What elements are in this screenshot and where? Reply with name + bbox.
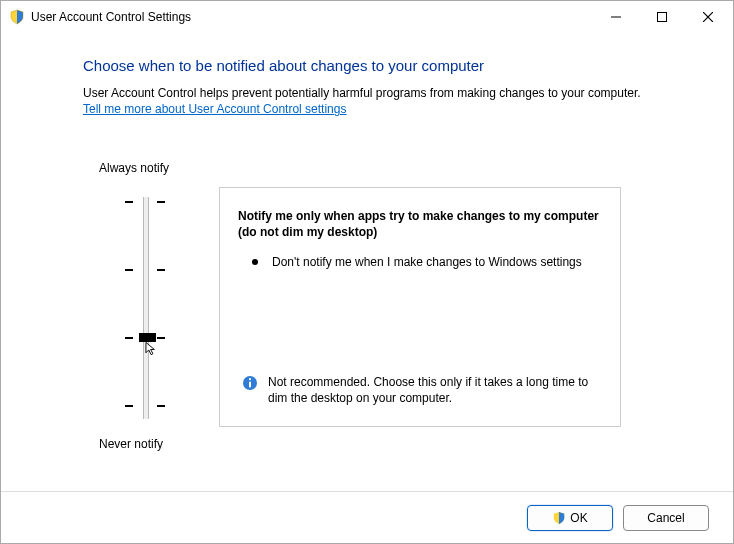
- recommendation-text: Not recommended. Choose this only if it …: [268, 374, 602, 406]
- uac-settings-window: User Account Control Settings Choose whe…: [0, 0, 734, 544]
- level-bullet-text: Don't notify me when I make changes to W…: [272, 254, 582, 270]
- bullet-icon: [252, 259, 258, 265]
- minimize-button[interactable]: [593, 2, 639, 32]
- slider-track[interactable]: [125, 191, 165, 425]
- cancel-button[interactable]: Cancel: [623, 505, 709, 531]
- shield-icon: [552, 511, 566, 525]
- level-bullet: Don't notify me when I make changes to W…: [252, 254, 602, 270]
- ok-button-label: OK: [570, 511, 587, 525]
- recommendation-row: Not recommended. Choose this only if it …: [242, 374, 602, 406]
- content-area: Choose when to be notified about changes…: [1, 33, 733, 491]
- ok-button[interactable]: OK: [527, 505, 613, 531]
- page-description: User Account Control helps prevent poten…: [83, 86, 693, 100]
- svg-rect-1: [658, 13, 667, 22]
- title-bar: User Account Control Settings: [1, 1, 733, 33]
- close-button[interactable]: [685, 2, 731, 32]
- info-icon: [242, 375, 258, 391]
- cancel-button-label: Cancel: [647, 511, 684, 525]
- slider-label-top: Always notify: [99, 161, 169, 175]
- svg-point-6: [249, 378, 251, 380]
- learn-more-link[interactable]: Tell me more about User Account Control …: [83, 102, 346, 116]
- cursor-icon: [145, 341, 160, 357]
- svg-rect-5: [249, 381, 251, 387]
- level-description-panel: Notify me only when apps try to make cha…: [219, 187, 621, 427]
- notification-slider: Always notify Never notify: [85, 161, 225, 461]
- maximize-button[interactable]: [639, 2, 685, 32]
- slider-label-bottom: Never notify: [99, 437, 163, 451]
- level-title: Notify me only when apps try to make cha…: [238, 208, 602, 240]
- window-title: User Account Control Settings: [31, 10, 191, 24]
- page-heading: Choose when to be notified about changes…: [83, 57, 693, 74]
- footer: OK Cancel: [1, 491, 733, 543]
- shield-icon: [9, 9, 25, 25]
